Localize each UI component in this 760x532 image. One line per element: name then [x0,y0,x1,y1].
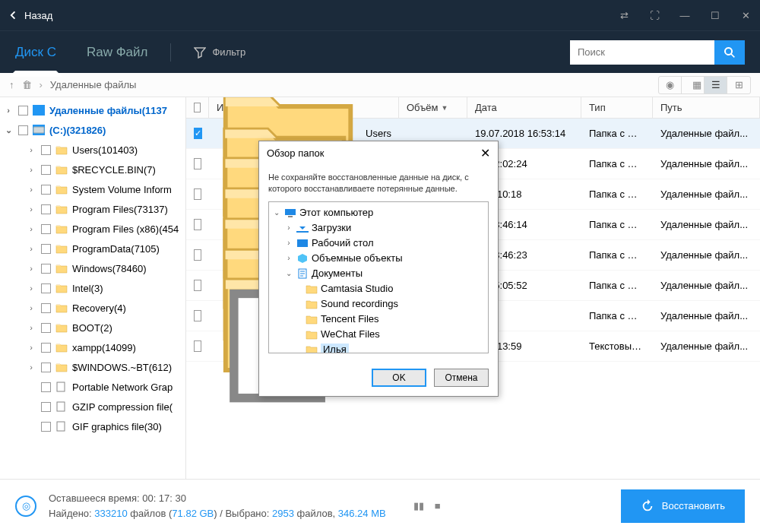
mtree-documents[interactable]: ⌄Документы [272,266,485,281]
mtree-desktop[interactable]: ›Рабочий стол [272,236,485,251]
folder-browse-dialog: Обзор папок ✕ Не сохраняйте восстановлен… [258,141,499,397]
svg-rect-9 [297,239,308,247]
mtree-camtasia[interactable]: Camtasia Studio [272,281,485,296]
dialog-hint: Не сохраняйте восстановленные данные на … [268,172,489,195]
mtree-downloads[interactable]: ›Загрузки [272,220,485,236]
dialog-ok-button[interactable]: OK [372,369,426,387]
dialog-titlebar: Обзор папок ✕ [259,141,498,164]
mtree-tencent[interactable]: Tencent Files [272,312,485,327]
mtree-pc[interactable]: ⌄Этот компьютер [272,205,485,220]
mtree-3d-objects[interactable]: ›Объемные объекты [272,251,485,266]
svg-rect-6 [285,209,296,215]
mtree-sound[interactable]: Sound recordings [272,296,485,312]
dialog-close-button[interactable]: ✕ [480,146,490,160]
dialog-title: Обзор папок [267,147,324,159]
dialog-folder-tree: ⌄Этот компьютер ›Загрузки ›Рабочий стол … [268,201,489,353]
mtree-ilya[interactable]: Илья [272,342,485,353]
mtree-wechat[interactable]: WeChat Files [272,327,485,342]
svg-rect-7 [288,216,293,217]
svg-rect-8 [296,231,309,233]
dialog-cancel-button[interactable]: Отмена [434,369,489,387]
